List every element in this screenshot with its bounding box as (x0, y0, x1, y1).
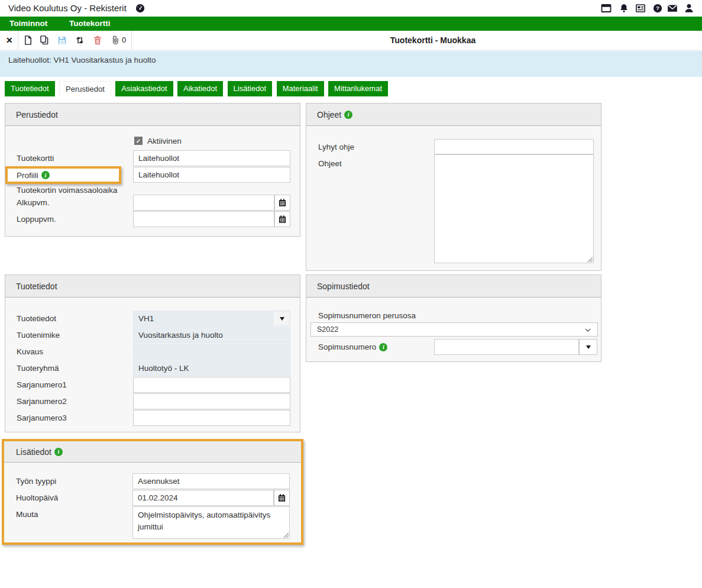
record-infobar: Laitehuollot: VH1 Vuositarkastus ja huol… (0, 51, 702, 77)
newspaper-icon[interactable] (635, 3, 646, 14)
record-info-text: Laitehuollot: VH1 Vuositarkastus ja huol… (8, 56, 156, 64)
alkupvm-calendar-button[interactable] (274, 195, 290, 211)
tab-tuotetiedot[interactable]: Tuotetiedot (5, 81, 55, 96)
tuotekortti-label: Tuotekortti (17, 150, 54, 166)
calendar-icon (277, 493, 286, 502)
loppupvm-field[interactable] (133, 211, 274, 227)
tab-asiakastiedot[interactable]: Asiakastiedot (115, 81, 173, 96)
tab-lisatiedot[interactable]: Lisätiedot (228, 81, 273, 96)
bell-icon[interactable] (619, 3, 629, 14)
titlebar: Video Koulutus Oy - Rekisterit ? (0, 0, 702, 17)
panel-lisatiedot-title: Lisätiedot (16, 447, 51, 457)
info-icon[interactable]: i (41, 171, 50, 179)
toolbar-separator (18, 31, 18, 50)
tuotetiedot-label: Tuotetiedot (17, 311, 56, 327)
sarjanumero2-field[interactable] (133, 393, 290, 409)
menu-tuotekortti[interactable]: Tuotekortti (69, 17, 111, 31)
profiili-label: Profiili i (17, 167, 50, 183)
panel-tuotetiedot: Tuotetiedot Tuotetiedot VH1 Tuotenimike … (5, 274, 300, 432)
panel-tuotetiedot-title: Tuotetiedot (16, 282, 57, 291)
tab-bar: Tuotetiedot Perustiedot Asiakastiedot Ai… (5, 81, 390, 96)
sarjanumero1-field[interactable] (133, 377, 290, 393)
sarjanumero3-label: Sarjanumero3 (17, 410, 67, 426)
tuotenimike-field: Vuositarkastus ja huolto (133, 327, 290, 343)
info-icon[interactable]: i (379, 343, 387, 351)
lyhyt-ohje-label: Lyhyt ohje (318, 139, 354, 155)
tuoteryhma-field: Huoltotyö - LK (133, 360, 290, 376)
tab-perustiedot[interactable]: Perustiedot (59, 81, 111, 96)
sarjanumero2-label: Sarjanumero2 (17, 393, 67, 409)
tuotetiedot-dropdown[interactable]: VH1 (133, 311, 290, 327)
toolbar-separator (131, 31, 132, 50)
panel-sopimustiedot-title: Sopimustiedot (317, 282, 370, 291)
panel-ohjeet: Ohjeet i Lyhyt ohje Ohjeet (306, 103, 601, 271)
window-icon[interactable] (601, 3, 612, 14)
tab-mittarilukemat[interactable]: Mittarilukemat (328, 81, 388, 96)
sopimusnumero-label: Sopimusnumero i (318, 339, 387, 355)
alkupvm-label: Alkupvm. (17, 195, 50, 211)
sopimusnumeron-perusosa-label: Sopimusnumeron perusosa (318, 308, 416, 322)
lyhyt-ohje-field[interactable] (434, 139, 594, 154)
profiili-field[interactable] (133, 167, 290, 183)
lisatiedot-highlight-box: Lisätiedot i Työn tyyppi Huoltopäivä Muu… (2, 439, 303, 545)
refresh-icon[interactable] (75, 35, 85, 46)
panel-lisatiedot-header: Lisätiedot i (4, 441, 301, 463)
mail-icon[interactable] (667, 3, 678, 14)
huoltopaiva-label: Huoltopäivä (16, 490, 58, 506)
page-title: Tuotekortti - Muokkaa (390, 31, 475, 50)
chevron-down-icon (583, 325, 593, 335)
app-title: Video Koulutus Oy - Rekisterit (8, 0, 127, 17)
loppupvm-calendar-button[interactable] (274, 211, 290, 227)
copy-icon[interactable] (39, 35, 50, 46)
tuotenimike-label: Tuotenimike (17, 327, 60, 343)
save-icon[interactable] (57, 35, 67, 46)
info-icon[interactable]: i (344, 111, 352, 119)
tab-materiaalit[interactable]: Materiaalit (277, 81, 324, 96)
panel-sopimustiedot: Sopimustiedot Sopimusnumeron perusosa S2… (306, 274, 601, 362)
muuta-textarea[interactable]: Ohjelmistopäivitys, automaattipäivitys j… (132, 506, 290, 539)
sarjanumero3-field[interactable] (133, 410, 290, 426)
panel-perustiedot: Perustiedot ✓ Aktiivinen Tuotekortti Pro… (5, 103, 300, 237)
delete-icon[interactable] (92, 35, 103, 46)
info-icon[interactable]: i (54, 448, 63, 456)
user-icon[interactable] (684, 3, 694, 14)
toolbar: ✕ 0 Tuotekortti - Muokkaa (0, 31, 702, 50)
tuoteryhma-label: Tuoteryhmä (17, 360, 59, 376)
huoltopaiva-field[interactable] (132, 490, 274, 506)
menu-toiminnot[interactable]: Toiminnot (9, 17, 47, 31)
huoltopaiva-calendar-button[interactable] (274, 490, 290, 506)
attachment-icon[interactable] (110, 35, 121, 46)
alkupvm-field[interactable] (133, 195, 274, 211)
calendar-icon (278, 198, 287, 207)
attachment-count: 0 (122, 31, 126, 50)
muuta-label: Muuta (16, 506, 38, 522)
close-icon[interactable]: ✕ (6, 31, 13, 50)
calendar-icon (278, 215, 287, 224)
svg-text:?: ? (656, 5, 659, 11)
tyon-tyyppi-label: Työn tyyppi (16, 473, 56, 489)
tab-aikatiedot[interactable]: Aikatiedot (177, 81, 223, 96)
menubar: Toiminnot Tuotekortti (0, 17, 702, 31)
sopimusnumero-dropdown-button[interactable] (579, 339, 597, 355)
panel-perustiedot-header: Perustiedot (5, 104, 300, 126)
sopimusnumero-field[interactable] (434, 339, 579, 355)
dropdown-button[interactable] (274, 312, 289, 325)
app-window: Video Koulutus Oy - Rekisterit ? Toiminn… (0, 0, 702, 588)
panel-ohjeet-header: Ohjeet i (306, 104, 601, 126)
panel-perustiedot-title: Perustiedot (16, 110, 58, 119)
sopimusnumeron-perusosa-select[interactable]: S2022 (310, 322, 598, 337)
panel-ohjeet-title: Ohjeet (317, 110, 341, 119)
panel-tuotetiedot-header: Tuotetiedot (5, 275, 300, 298)
checkmark-icon: ✓ (136, 138, 141, 144)
kuvaus-label: Kuvaus (17, 344, 43, 360)
dashboard-icon (135, 3, 145, 14)
aktiivinen-checkbox[interactable]: ✓ (134, 137, 143, 145)
help-icon[interactable]: ? (652, 3, 663, 14)
caret-down-icon (280, 317, 284, 321)
ohjeet-textarea[interactable] (434, 154, 594, 263)
tuotekortti-field[interactable] (133, 150, 290, 166)
loppupvm-label: Loppupvm. (17, 211, 56, 227)
new-document-icon[interactable] (22, 35, 33, 46)
tyon-tyyppi-field[interactable] (132, 473, 290, 489)
aktiivinen-label: Aktiivinen (147, 133, 182, 149)
